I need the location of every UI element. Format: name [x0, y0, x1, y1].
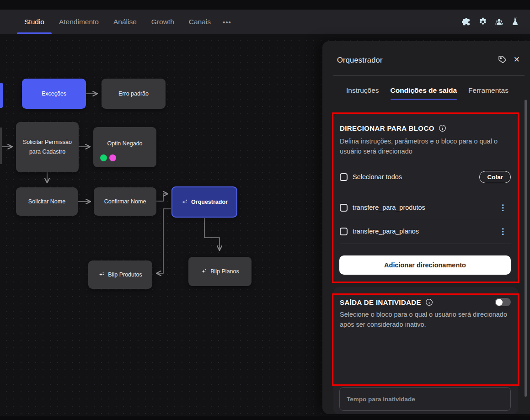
- ai-sparkle-icon: [98, 271, 105, 278]
- flow-node-blip-produtos[interactable]: Blip Produtos: [88, 261, 152, 289]
- puzzle-icon[interactable]: [462, 17, 472, 27]
- users-icon[interactable]: [494, 17, 504, 27]
- offscreen-node-gray: [0, 128, 2, 164]
- row-divider: [340, 244, 511, 244]
- nav-items: Studio Atendimento Análise Growth Canais: [0, 10, 211, 34]
- inactivity-note: Defina o tempo máximo sem interação na c…: [339, 413, 509, 414]
- tab-instrucoes[interactable]: Instruções: [346, 86, 379, 100]
- nav-tab-growth[interactable]: Growth: [151, 10, 174, 34]
- kebab-menu-icon[interactable]: ⋮: [495, 228, 511, 235]
- inactivity-toggle[interactable]: [495, 298, 511, 306]
- kebab-menu-icon[interactable]: ⋮: [495, 204, 511, 212]
- tab-condicoes-de-saida[interactable]: Condições de saída: [391, 86, 457, 100]
- section-saida-de-inatividade: SAÍDA DE INATIVIDADE Selecione o bloco p…: [333, 287, 518, 414]
- section-description: Defina instruções, parâmetros e o bloco …: [340, 137, 501, 156]
- nav-tab-canais[interactable]: Canais: [189, 10, 211, 34]
- status-dot-green: [100, 154, 107, 161]
- redirect-item-label: transfere_para_produtos: [353, 204, 425, 211]
- flow-node-optin-negado[interactable]: Optin Negado: [93, 127, 156, 167]
- nav-more-menu[interactable]: •••: [223, 18, 231, 26]
- section-description: Selecione o bloco para o qual o usuário …: [340, 310, 507, 330]
- select-all-label: Selecionar todos: [353, 173, 402, 181]
- flow-node-confirmar-nome[interactable]: Confirmar Nome: [94, 187, 156, 216]
- row-divider: [340, 220, 511, 220]
- header-divider: [333, 75, 525, 76]
- redirect-item-checkbox[interactable]: [340, 228, 348, 235]
- flow-node-blip-planos[interactable]: Blip Planos: [188, 257, 252, 286]
- nav-tab-analise[interactable]: Análise: [113, 10, 137, 34]
- info-icon[interactable]: [425, 298, 433, 306]
- window-top-strip: [0, 0, 530, 10]
- redirect-item-label: transfere_para_planos: [353, 228, 419, 235]
- panel-tabs: Instruções Condições de saída Ferramenta…: [346, 86, 509, 100]
- redirect-item-row: transfere_para_planos ⋮: [340, 226, 511, 237]
- section-heading: DIRECIONAR PARA BLOCO: [340, 124, 434, 132]
- add-redirect-button[interactable]: Adicionar direcionamento: [339, 255, 511, 275]
- ai-sparkle-icon: [181, 199, 188, 206]
- flow-node-solicitar-nome[interactable]: Solicitar Nome: [16, 187, 78, 216]
- flow-node-excecoes[interactable]: Exceções: [22, 79, 86, 109]
- paste-button[interactable]: Colar: [479, 171, 511, 183]
- section-heading: SAÍDA DE INATIVIDADE: [340, 298, 421, 306]
- section-direcionar-para-bloco: DIRECIONAR PARA BLOCO Defina instruções,…: [333, 113, 518, 282]
- nav-tab-atendimento[interactable]: Atendimento: [59, 10, 99, 34]
- main-navbar: Studio Atendimento Análise Growth Canais…: [0, 10, 530, 34]
- close-icon[interactable]: ✕: [514, 56, 520, 64]
- flask-icon[interactable]: [510, 17, 520, 27]
- panel-title: Orquestrador: [337, 56, 383, 64]
- block-settings-panel: Orquestrador ✕ Instruções Condições de s…: [322, 41, 530, 414]
- flow-node-orquestrador[interactable]: Orquestrador: [171, 186, 237, 218]
- info-icon[interactable]: [439, 124, 446, 132]
- panel-scrollbar[interactable]: [525, 100, 527, 397]
- tab-ferramentas[interactable]: Ferramentas: [468, 86, 509, 100]
- inactivity-time-input[interactable]: [339, 387, 511, 411]
- select-all-checkbox[interactable]: [340, 173, 348, 181]
- flow-node-erro-padrao[interactable]: Erro padrão: [102, 79, 166, 109]
- redirect-item-row: transfere_para_produtos ⋮: [340, 202, 511, 213]
- nav-tab-studio[interactable]: Studio: [24, 10, 44, 34]
- gear-icon[interactable]: [478, 17, 488, 27]
- tag-icon[interactable]: [498, 55, 507, 64]
- offscreen-node-blue: [0, 83, 3, 108]
- flow-node-solicitar-permissao[interactable]: Solicitar Permissão para Cadastro: [16, 122, 79, 172]
- ai-sparkle-icon: [201, 268, 207, 275]
- redirect-item-checkbox[interactable]: [340, 204, 348, 212]
- window-bottom-strip: [0, 416, 530, 420]
- status-dot-magenta: [109, 154, 116, 161]
